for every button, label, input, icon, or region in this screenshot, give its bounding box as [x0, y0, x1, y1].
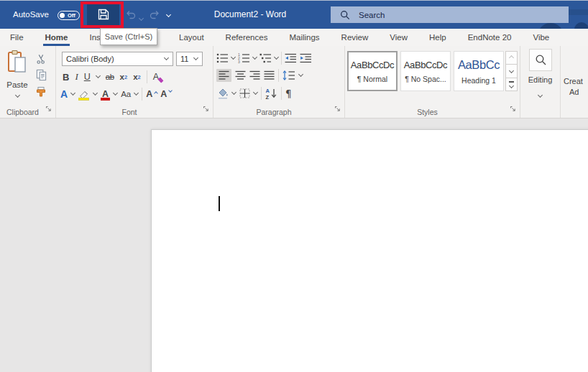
- highlight-dropdown-icon[interactable]: [93, 90, 98, 96]
- redo-icon[interactable]: [149, 10, 160, 23]
- font-dialog-launcher-icon[interactable]: [203, 102, 209, 115]
- align-left-button[interactable]: [216, 69, 231, 82]
- justify-button[interactable]: [264, 70, 275, 80]
- svg-text:Z: Z: [266, 94, 270, 100]
- cut-button[interactable]: [34, 52, 48, 65]
- strikethrough-button[interactable]: ab: [106, 73, 114, 81]
- paragraph-group: 1 2 3: [213, 46, 345, 118]
- bold-button[interactable]: B: [63, 72, 69, 83]
- editing-dropdown-icon[interactable]: [538, 93, 543, 98]
- search-icon: [340, 10, 350, 20]
- titlebar-decoration: [538, 23, 564, 29]
- copy-button[interactable]: [34, 68, 48, 82]
- borders-dropdown-icon[interactable]: [253, 90, 258, 95]
- editing-label: Editing: [520, 75, 560, 84]
- paste-clipboard-icon: [7, 50, 27, 77]
- superscript-button[interactable]: x2: [133, 73, 141, 81]
- document-title: Document2 - Word: [200, 1, 300, 29]
- show-formatting-marks-button[interactable]: ¶: [285, 88, 292, 99]
- styles-dialog-launcher-icon[interactable]: [510, 102, 516, 115]
- sort-button[interactable]: A Z: [265, 88, 277, 99]
- text-effects-button[interactable]: A: [60, 88, 68, 100]
- word-window: AutoSave Off: [0, 0, 588, 372]
- tab-endnote[interactable]: EndNote 20: [468, 29, 512, 46]
- ribbon-tab-bar: File Home Insert Design Layout Reference…: [0, 29, 588, 46]
- line-spacing-button[interactable]: [282, 70, 295, 80]
- styles-scroll-down-icon[interactable]: [505, 65, 518, 78]
- numbering-button[interactable]: 1 2 3: [238, 53, 250, 63]
- underline-dropdown-icon[interactable]: [96, 73, 101, 78]
- toggle-knob: [60, 13, 65, 18]
- shading-button[interactable]: [217, 88, 229, 99]
- align-left-icon: [219, 70, 229, 80]
- paste-button[interactable]: Paste: [4, 50, 30, 104]
- editing-button[interactable]: [529, 49, 552, 71]
- highlight-color-button[interactable]: [78, 88, 90, 101]
- create-adobe-pdf-label[interactable]: Creat Ad: [564, 76, 588, 98]
- autosave-state: Off: [68, 12, 75, 19]
- bullets-dropdown-icon[interactable]: [231, 55, 236, 60]
- italic-button[interactable]: I: [75, 71, 78, 83]
- create-adobe-pdf-group: Creat Ad: [561, 46, 588, 118]
- autosave-label: AutoSave: [13, 1, 49, 29]
- tab-view[interactable]: View: [390, 29, 408, 46]
- tab-references[interactable]: References: [226, 29, 268, 46]
- scissors-icon: [36, 53, 47, 65]
- save-tooltip: Save (Ctrl+S): [100, 28, 157, 45]
- tab-review[interactable]: Review: [341, 29, 369, 46]
- multilevel-dropdown-icon[interactable]: [274, 55, 279, 60]
- tab-layout[interactable]: Layout: [179, 29, 204, 46]
- undo-dropdown-icon[interactable]: [139, 16, 144, 21]
- autosave-toggle[interactable]: Off: [58, 11, 80, 20]
- align-right-button[interactable]: [249, 70, 260, 80]
- clear-formatting-button[interactable]: A: [153, 72, 159, 82]
- document-canvas: [0, 118, 588, 372]
- subscript-button[interactable]: x2: [120, 73, 128, 81]
- borders-icon: [239, 88, 250, 98]
- change-case-button[interactable]: Aa: [121, 90, 131, 98]
- bullets-button[interactable]: [216, 53, 229, 63]
- shading-dropdown-icon[interactable]: [231, 90, 236, 95]
- line-spacing-dropdown-icon[interactable]: [298, 72, 303, 77]
- align-center-button[interactable]: [235, 70, 246, 80]
- decrease-indent-button[interactable]: [285, 53, 297, 63]
- search-placeholder: Search: [359, 11, 385, 19]
- editing-group: Editing: [520, 46, 561, 118]
- style-no-spacing[interactable]: AaBbCcDc ¶ No Spac...: [400, 51, 451, 91]
- search-box[interactable]: Search: [331, 6, 569, 23]
- font-color-button[interactable]: A: [101, 88, 110, 101]
- line-spacing-icon: [282, 70, 295, 80]
- tab-help[interactable]: Help: [429, 29, 446, 46]
- tab-mailings[interactable]: Mailings: [289, 29, 319, 46]
- format-painter-button[interactable]: [34, 85, 48, 98]
- svg-text:3: 3: [238, 60, 240, 63]
- multilevel-list-button[interactable]: [259, 53, 272, 63]
- tab-home[interactable]: Home: [45, 29, 68, 46]
- increase-indent-icon: [300, 53, 312, 63]
- decrease-indent-icon: [285, 53, 297, 63]
- font-color-dropdown-icon[interactable]: [113, 90, 118, 96]
- document-page[interactable]: [151, 129, 588, 372]
- style-heading-1[interactable]: AaBbCc Heading 1: [454, 51, 504, 91]
- annotation-highlight-box: [81, 1, 124, 28]
- numbering-dropdown-icon[interactable]: [252, 55, 257, 60]
- clipboard-dialog-launcher-icon[interactable]: [45, 102, 52, 115]
- increase-indent-button[interactable]: [300, 53, 312, 63]
- font-size-combobox[interactable]: 11: [176, 52, 203, 66]
- font-name-combobox[interactable]: Calibri (Body): [62, 52, 173, 66]
- change-case-dropdown-icon[interactable]: [134, 90, 139, 96]
- undo-icon[interactable]: [125, 10, 143, 23]
- styles-group: AaBbCcDc ¶ Normal AaBbCcDc ¶ No Spac... …: [345, 46, 520, 118]
- tab-file[interactable]: File: [10, 29, 24, 46]
- styles-scroll-up-icon[interactable]: [505, 51, 518, 65]
- borders-button[interactable]: [239, 88, 250, 98]
- text-effects-dropdown-icon[interactable]: [70, 90, 75, 96]
- paragraph-dialog-launcher-icon[interactable]: [334, 102, 341, 115]
- shrink-font-button[interactable]: A: [160, 89, 171, 99]
- grow-font-button[interactable]: A: [146, 89, 157, 99]
- styles-more-icon[interactable]: [505, 78, 518, 91]
- style-normal[interactable]: AaBbCcDc ¶ Normal: [347, 51, 398, 91]
- customize-quick-access-toolbar-icon[interactable]: [165, 11, 173, 17]
- tab-vibe[interactable]: Vibe: [533, 29, 549, 46]
- underline-button[interactable]: U: [84, 72, 91, 82]
